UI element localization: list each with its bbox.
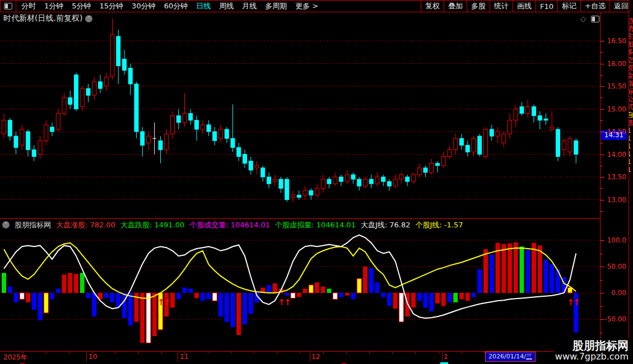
price-axis-label: 16.00 [602, 60, 626, 68]
indicator-axis-label: 0.00 [602, 289, 626, 297]
time-axis-tick [277, 352, 277, 354]
strip-char: 1 [629, 134, 633, 142]
svg-text:↑: ↑ [164, 297, 171, 307]
menu-item-2[interactable]: 5分钟 [72, 1, 91, 11]
indicator-field-3: 个股虚拟量: 104614.01 [275, 220, 356, 230]
indicator-axis-minor-tick [601, 254, 603, 254]
indicator-field-0: 大盘涨股: 782.00 [56, 220, 115, 230]
split-window-button[interactable] [1, 1, 16, 12]
indicator-values: 大盘涨股: 782.00大盘跌股: 1491.00个股成交量: 104614.0… [56, 220, 463, 230]
menu-item-6[interactable]: 日线 [196, 1, 211, 11]
time-axis-tick [508, 352, 508, 354]
strip-char: 自 [629, 111, 633, 119]
time-axis-tick [254, 352, 254, 354]
menu-item-3[interactable]: 15分钟 [100, 1, 124, 11]
indicator-axis-minor-tick [601, 280, 603, 281]
strip-char: 1 [629, 158, 633, 166]
menu-item-0[interactable]: 分时 [21, 1, 36, 11]
time-axis-label: 10 [89, 353, 97, 361]
right-sidebar-strip[interactable]: 趋势主图多空资金指标公式自选111111 [629, 0, 633, 364]
price-axis-label: 13.50 [602, 173, 626, 181]
time-axis[interactable]: 2026/01/14/三 2025年1011121 [0, 351, 600, 362]
toolbar-button-0[interactable]: 复权 [421, 1, 444, 12]
svg-text:↑: ↑ [284, 297, 291, 307]
top-menu-bar: 分时1分钟5分钟15分钟30分钟60分钟日线周线月线多周期更多 > 复权叠加多股… [0, 0, 633, 12]
time-axis-tick [184, 352, 185, 354]
price-axis-label: 16.50 [602, 37, 626, 45]
strip-char: 指 [629, 80, 633, 87]
time-axis-tick [323, 352, 324, 354]
menu-item-1[interactable]: 1分钟 [44, 1, 63, 11]
time-axis-tick [161, 352, 162, 354]
menu-item-8[interactable]: 月线 [242, 1, 257, 11]
time-axis-label: 12 [311, 353, 320, 361]
indicator-axis-tick [601, 267, 604, 267]
price-axis-tick [601, 155, 604, 155]
cursor-date-box: 2026/01/14/三 [485, 352, 536, 362]
time-axis-separator [442, 352, 443, 362]
price-axis-label: 14.50 [602, 128, 626, 136]
time-axis-tick [115, 352, 116, 354]
strip-char: 1 [629, 166, 633, 174]
indicator-field-4: 大盘J线: 76.82 [361, 220, 411, 230]
price-axis-label: 14.00 [602, 151, 626, 158]
toolbar-buttons: 复权叠加多股统计画线F10标记+自选返回 [421, 1, 632, 12]
toolbar-button-4[interactable]: 画线 [513, 1, 536, 12]
period-menu: 分时1分钟5分钟15分钟30分钟60分钟日线周线月线多周期更多 > [16, 1, 318, 11]
strip-char: 资 [629, 64, 633, 72]
candlestick-chart[interactable] [0, 17, 600, 219]
time-axis-tick [369, 352, 370, 354]
time-axis-tick [439, 352, 439, 354]
strip-char: 1 [629, 127, 633, 134]
menu-item-9[interactable]: 多周期 [265, 1, 287, 11]
watermark-url: www.7gpzb.com [555, 352, 629, 362]
price-axis-tick [601, 64, 604, 64]
price-axis-minor-tick [601, 143, 603, 143]
indicator-field-2: 个股成交量: 104614.01 [189, 220, 270, 230]
time-axis-tick [392, 352, 393, 354]
svg-text:↑: ↑ [573, 297, 580, 307]
price-axis-minor-tick [601, 52, 603, 53]
toolbar-button-3[interactable]: 统计 [490, 1, 513, 12]
strip-char: 1 [629, 150, 633, 158]
toolbar-button-6[interactable]: 标记 [557, 1, 580, 12]
menu-item-4[interactable]: 30分钟 [132, 1, 156, 11]
toolbar-button-7[interactable]: +自选 [580, 1, 609, 12]
time-axis-tick [300, 352, 300, 354]
time-axis-tick [208, 352, 208, 354]
strip-char: 式 [629, 103, 633, 111]
strip-char: 图 [629, 40, 633, 48]
time-axis-tick [46, 352, 46, 354]
time-axis-label: 2025年 [3, 353, 27, 362]
strip-char: 公 [629, 95, 633, 103]
cursor-date-day: 三 [526, 353, 532, 360]
indicator-axis-tick [601, 319, 604, 320]
price-axis-label: 15.00 [602, 105, 626, 113]
price-axis-label: 13.00 [602, 196, 626, 204]
menu-item-5[interactable]: 60分钟 [164, 1, 188, 11]
watermark: 股朋指标网 www.7gpzb.com [553, 338, 630, 363]
toolbar-button-1[interactable]: 叠加 [444, 1, 467, 12]
menu-item-7[interactable]: 周线 [219, 1, 234, 11]
time-axis-label: 11 [180, 353, 188, 361]
toolbar-button-5[interactable]: F10 [536, 1, 557, 12]
collapse-indicator-icon[interactable]: ˅ [2, 221, 10, 228]
indicator-header: ˅ 股朋指标网 大盘涨股: 782.00大盘跌股: 1491.00个股成交量: … [0, 218, 602, 231]
time-axis-tick [346, 352, 347, 354]
strip-char: 主 [629, 32, 633, 40]
toolbar-button-2[interactable]: 多股 [467, 1, 490, 12]
indicator-axis-label: 50.00 [602, 263, 626, 270]
strip-char: 趋 [629, 17, 633, 25]
indicator-site-label: 股朋指标网 [15, 220, 51, 230]
time-axis-separator [178, 352, 178, 362]
time-axis-tick [69, 352, 69, 354]
price-axis-tick [601, 132, 604, 132]
time-axis-tick [138, 352, 139, 354]
price-axis-tick [601, 86, 604, 87]
indicator-chart[interactable]: ↑↑↑↑↑↑ [0, 231, 600, 351]
watermark-site-name: 股朋指标网 [555, 339, 629, 352]
indicator-axis-minor-tick [601, 306, 603, 307]
time-axis-separator [310, 352, 310, 362]
menu-item-10[interactable]: 更多 > [295, 1, 318, 11]
time-axis-tick [530, 352, 531, 354]
